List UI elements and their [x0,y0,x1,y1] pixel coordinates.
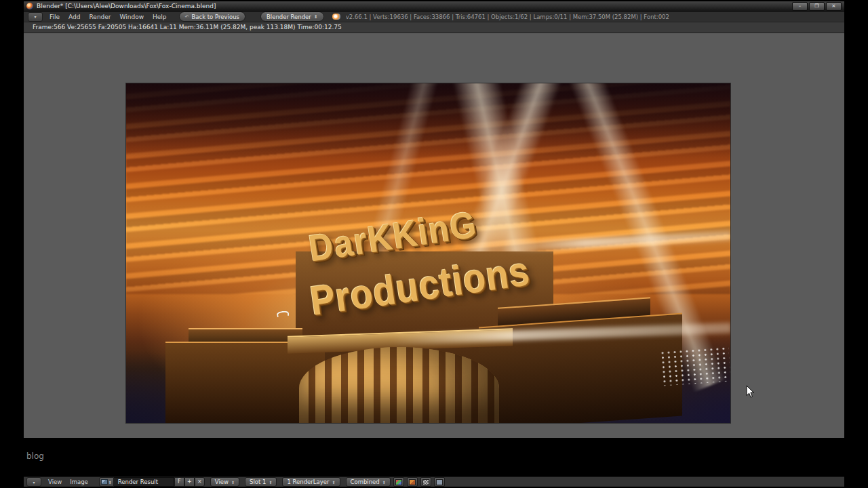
rgba-icon [395,479,402,485]
chevron-updown-icon: ⬍ [332,480,336,485]
back-arrow-icon: ↶ [185,14,189,20]
menu-add[interactable]: Add [68,14,80,20]
render-status-bar: Frame:566 Ve:25655 Fa:20505 Ha:16641 La:… [24,22,844,33]
window-title: Blender* [C:\Users\Alee\Downloads\Fox\Fo… [37,3,216,9]
monument-colonnade [299,347,499,423]
render-slot-label: Slot 1 [250,479,266,485]
bird [277,310,290,317]
watermark: blog [26,451,44,461]
info-header: ▾ File Add Render Window Help ↶ Back to … [24,12,844,22]
cursor-arrow-icon [746,385,755,399]
back-to-previous-button[interactable]: ↶ Back to Previous [179,12,245,22]
render-layer-select[interactable]: 1 RenderLayer ⬍ [282,477,340,487]
menu-image[interactable]: Image [70,479,88,485]
city-lights [659,346,730,386]
blender-logo-icon [332,14,340,20]
z-depth-icon [436,479,443,485]
render-status-text: Frame:566 Ve:25655 Fa:20505 Ha:16641 La:… [33,24,342,30]
close-button[interactable]: ✕ [826,2,842,11]
scene-stats: v2.66.1 | Verts:19636 | Faces:33866 | Tr… [346,14,669,20]
window-titlebar: Blender* [C:\Users\Alee\Downloads\Fox\Fo… [24,1,844,12]
menu-file[interactable]: File [50,14,60,20]
editor-type-icon[interactable]: ▾ [28,12,43,22]
channels-alpha-button[interactable] [420,477,431,487]
image-editor-menus: View Image [48,479,88,485]
alpha-icon [422,479,429,485]
image-editor-type-icon[interactable]: ▾ [26,477,41,487]
blender-app-icon [26,3,33,9]
render-layer-label: 1 RenderLayer [287,479,329,485]
render-slot-select[interactable]: Slot 1 ⬍ [245,477,277,487]
view-mode-select[interactable]: View ⬍ [210,477,239,487]
screen: Blender* [C:\Users\Alee\Downloads\Fox\Fo… [0,0,868,488]
image-editor-viewport[interactable]: DarKKinG Productions [24,33,844,438]
menu-bar: File Add Render Window Help [50,14,167,20]
chevron-updown-icon: ⬍ [382,480,386,485]
image-datablock-group: ⬍ Render Result F + × [99,477,205,487]
render-result-image: DarKKinG Productions [125,83,731,424]
window-controls: – ❐ ✕ [792,2,842,11]
render-pass-label: Combined [351,479,380,485]
view-mode-label: View [215,479,229,485]
menu-render[interactable]: Render [90,14,111,20]
menu-view[interactable]: View [48,479,62,485]
render-pass-select[interactable]: Combined ⬍ [346,477,391,487]
chevron-updown-icon: ⬍ [269,480,272,485]
rgb-icon [409,479,416,485]
image-datablock-name[interactable]: Render Result [114,477,174,487]
channels-rgba-button[interactable] [393,477,404,487]
render-engine-select[interactable]: Blender Render ⬍ [260,12,324,22]
minimize-button[interactable]: – [792,2,808,11]
browse-image-button[interactable]: ⬍ [99,477,114,487]
unlink-image-button[interactable]: × [195,477,205,487]
chevron-updown-icon: ⬍ [314,14,318,20]
menu-help[interactable]: Help [153,14,167,20]
image-editor-header: ▾ View Image ⬍ Render Result F + × View … [24,476,844,487]
channels-rgb-button[interactable] [407,477,418,487]
new-image-button[interactable]: + [184,477,195,487]
maximize-button[interactable]: ❐ [809,2,825,11]
channels-z-button[interactable] [434,477,445,487]
chevron-updown-icon: ⬍ [108,480,112,485]
render-engine-label: Blender Render [267,14,311,20]
fake-user-button[interactable]: F [174,477,184,487]
back-to-previous-label: Back to Previous [191,14,239,20]
mouse-cursor [746,385,755,399]
image-icon [101,479,108,485]
chevron-updown-icon: ⬍ [231,480,235,485]
menu-window[interactable]: Window [120,14,144,20]
